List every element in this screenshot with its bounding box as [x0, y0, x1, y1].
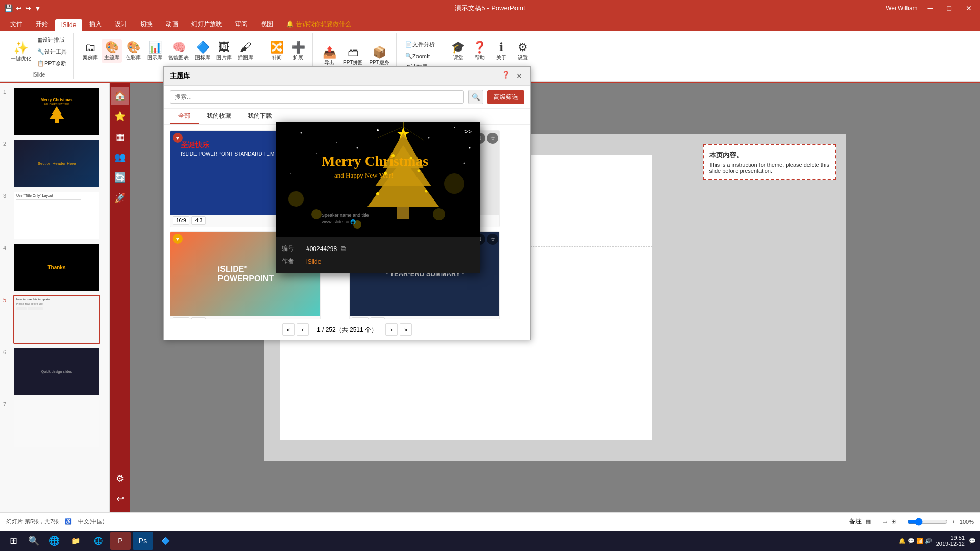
slide-img-5[interactable]: How to use this template Please read bef…: [13, 295, 100, 344]
slide-img-1[interactable]: Merry Christmas and Happy New Year!: [13, 87, 100, 136]
btn-diagram-library[interactable]: 📊 图示库: [144, 39, 165, 63]
btn-classroom[interactable]: 🎓 课堂: [448, 39, 469, 63]
sidebar-back-icon[interactable]: ↩: [111, 490, 129, 508]
cortana-btn[interactable]: 🌐: [45, 532, 63, 550]
slide-img-7[interactable]: [13, 399, 100, 448]
slide-thumb-4[interactable]: 4 Thanks: [3, 243, 106, 292]
sidebar-settings-icon[interactable]: ⚙: [111, 469, 129, 488]
theme-tab-all[interactable]: 全部: [170, 109, 199, 124]
btn-illustration-library[interactable]: 🖌 插图库: [235, 39, 256, 63]
btn-zoomit[interactable]: 🔍ZoomIt: [403, 51, 437, 61]
btn-icon-library[interactable]: 🔷 图标库: [192, 39, 213, 63]
tab-insert[interactable]: 插入: [83, 18, 108, 31]
taskbar-explorer[interactable]: 📁: [65, 532, 86, 550]
restore-btn[interactable]: □: [943, 3, 955, 13]
notification-icon[interactable]: 💬: [969, 538, 976, 544]
sidebar-grid-icon[interactable]: ▦: [111, 128, 129, 146]
zoom-out-btn[interactable]: −: [900, 519, 903, 525]
slide-img-4[interactable]: Thanks: [13, 243, 100, 292]
btn-color-library[interactable]: 🎨 色彩库: [123, 39, 143, 63]
minimize-btn[interactable]: ─: [924, 3, 937, 13]
page-prev-btn[interactable]: ‹: [297, 323, 309, 336]
btn-design-tools[interactable]: 🔧设计工具: [35, 46, 69, 57]
close-btn[interactable]: ✕: [962, 3, 976, 13]
theme-tab-downloads[interactable]: 我的下载: [239, 109, 280, 124]
btn-onekey[interactable]: ✨ 一键优化: [8, 39, 34, 64]
tab-slideshow[interactable]: 幻灯片放映: [185, 18, 228, 31]
redo-icon[interactable]: ↪: [25, 4, 31, 12]
view-outline-icon[interactable]: ≡: [875, 519, 878, 525]
tab-home[interactable]: 开始: [30, 18, 54, 31]
start-btn[interactable]: ⊞: [4, 532, 22, 550]
copy-code-btn[interactable]: ⧉: [341, 244, 346, 253]
taskbar-powerpoint[interactable]: P: [110, 532, 131, 550]
author-value[interactable]: iSlide: [306, 258, 321, 265]
btn-design-layout[interactable]: ▦设计排版: [35, 35, 69, 45]
btn-export[interactable]: 📤 导出: [319, 44, 339, 68]
page-next-btn[interactable]: ›: [385, 323, 398, 336]
view-normal-icon[interactable]: ▦: [866, 518, 871, 525]
slide-thumb-5[interactable]: 5 How to use this template Please read b…: [3, 295, 106, 344]
star-btn-2[interactable]: ☆: [487, 133, 498, 144]
slide-thumb-1[interactable]: 1 Merry Christmas and Happy New Year!: [3, 87, 106, 136]
btn-tween[interactable]: 🔀 补间: [266, 39, 287, 63]
btn-file-analysis[interactable]: 📄文件分析: [403, 39, 437, 50]
view-slide-icon[interactable]: ▭: [882, 518, 887, 525]
btn-image-library[interactable]: 🖼 图片库: [214, 39, 234, 63]
btn-about[interactable]: ℹ 关于: [491, 39, 511, 63]
sidebar-rocket-icon[interactable]: 🚀: [111, 189, 129, 207]
quick-access-icon[interactable]: ▼: [34, 4, 41, 12]
sidebar-home-icon[interactable]: 🏠: [111, 87, 129, 105]
sidebar-refresh-icon[interactable]: 🔄: [111, 168, 129, 187]
slide-thumb-3[interactable]: 3 Use "Title Only" Layout: [3, 191, 106, 240]
zoom-slider[interactable]: [907, 518, 948, 526]
btn-help[interactable]: ❓ 帮助: [470, 39, 490, 63]
btn-expand[interactable]: ➕ 扩展: [288, 39, 308, 63]
tab-design[interactable]: 设计: [109, 18, 133, 31]
taskbar-photoshop[interactable]: Ps: [133, 532, 153, 550]
tab-view[interactable]: 视图: [255, 18, 279, 31]
zoom-in-btn[interactable]: +: [952, 519, 955, 525]
btn-theme-library[interactable]: 🎨 主题库: [102, 39, 122, 63]
star-btn-4[interactable]: ☆: [487, 234, 498, 245]
notes-btn[interactable]: 备注: [849, 517, 862, 526]
slide-thumb-7[interactable]: 7: [3, 399, 106, 448]
slide-img-2[interactable]: Section Header Here: [13, 139, 100, 188]
tab-islide[interactable]: iSlide: [55, 19, 82, 31]
sidebar-users-icon[interactable]: 👥: [111, 148, 129, 166]
slide-thumb-6[interactable]: 6 Quick design slides: [3, 347, 106, 396]
theme-tab-favorites[interactable]: 我的收藏: [199, 109, 239, 124]
tab-review[interactable]: 审阅: [229, 18, 254, 31]
dialog-close-btn[interactable]: ✕: [514, 71, 524, 81]
save-icon[interactable]: 💾: [4, 4, 13, 12]
aspect-169-1[interactable]: 16:9: [173, 216, 189, 225]
btn-ppt-collage[interactable]: 🗃 PPT拼图: [340, 44, 365, 68]
search-input[interactable]: [170, 90, 464, 104]
tab-transitions[interactable]: 切换: [134, 18, 159, 31]
aspect-169-4[interactable]: 16:9: [352, 317, 369, 319]
taskbar-edge[interactable]: 🌐: [88, 532, 108, 550]
taskbar-other[interactable]: 🔷: [155, 532, 176, 550]
slide-img-6[interactable]: Quick design slides: [13, 347, 100, 396]
aspect-43-4[interactable]: 4:3: [371, 317, 385, 319]
dialog-help-btn[interactable]: ❓: [502, 71, 510, 81]
btn-smart-chart[interactable]: 🧠 智能图表: [166, 39, 191, 63]
search-btn[interactable]: 🔍: [24, 532, 43, 550]
tab-file[interactable]: 文件: [4, 18, 29, 31]
btn-ppt-diagnose[interactable]: 📋PPT诊断: [35, 58, 69, 69]
aspect-43-1[interactable]: 4:3: [191, 216, 206, 225]
page-first-btn[interactable]: «: [282, 323, 295, 336]
slide-img-3[interactable]: Use "Title Only" Layout: [13, 191, 100, 240]
search-button[interactable]: 🔍: [468, 90, 483, 104]
btn-settings[interactable]: ⚙ 设置: [512, 39, 533, 63]
tab-help[interactable]: 🔔 告诉我你想要做什么: [280, 18, 357, 31]
undo-icon[interactable]: ↩: [16, 4, 22, 12]
tab-animations[interactable]: 动画: [160, 18, 184, 31]
filter-button[interactable]: 高级筛选: [487, 90, 524, 104]
preview-expand-btn[interactable]: >>: [460, 127, 476, 137]
btn-case-library[interactable]: 🗂 案例库: [80, 39, 101, 63]
page-last-btn[interactable]: »: [400, 323, 412, 336]
btn-ppt-slim[interactable]: 📦 PPT瘦身: [366, 44, 391, 68]
slide-thumb-2[interactable]: 2 Section Header Here: [3, 139, 106, 188]
aspect-43-3[interactable]: 4:3: [191, 317, 206, 319]
